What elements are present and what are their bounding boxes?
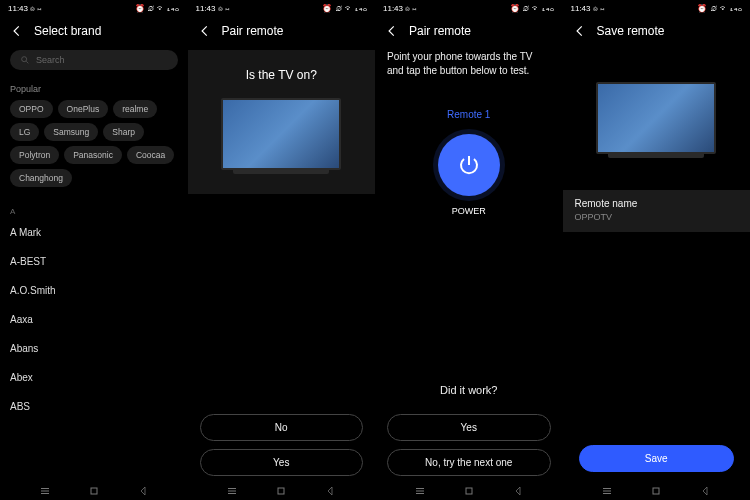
popular-chips: OPPO OnePlus realme LG Samsung Sharp Pol… [0, 100, 188, 193]
nav-back-icon[interactable] [699, 485, 711, 497]
group-a-label: A [10, 207, 178, 216]
save-button[interactable]: Save [579, 445, 735, 472]
page-title: Save remote [597, 24, 665, 38]
screen-pair-remote-2: 11:43 ⌾ ⋈ ⏰ ⌀ ᯤ ₁₄₀ Pair remote Point yo… [375, 0, 563, 500]
popular-label: Popular [10, 84, 178, 94]
clock: 11:43 [196, 4, 216, 13]
nav-bar [0, 482, 188, 500]
brand-chip[interactable]: Coocaa [127, 146, 174, 164]
confirm-buttons: Did it work? Yes No, try the next one [375, 384, 563, 476]
status-icons-right: ⏰ ⌀ ᯤ ₁₄₀ [697, 4, 742, 13]
nav-menu-icon[interactable] [601, 485, 613, 497]
status-icons-right: ⏰ ⌀ ᯤ ₁₄₀ [510, 4, 555, 13]
svg-line-1 [26, 61, 28, 63]
nav-bar [375, 482, 563, 500]
power-button[interactable] [438, 134, 500, 196]
tv-illustration-wrap [563, 46, 751, 184]
instructions-text: Point your phone towards the TV and tap … [375, 46, 563, 87]
brand-list-item[interactable]: A.O.Smith [0, 276, 188, 305]
save-button-wrap: Save [563, 445, 751, 472]
search-icon [20, 55, 30, 65]
header-bar: Select brand [0, 16, 188, 46]
page-title: Pair remote [409, 24, 471, 38]
status-icons-right: ⏰ ⌀ ᯤ ₁₄₀ [135, 4, 180, 13]
nav-bar [563, 482, 751, 500]
remote-name-field[interactable]: Remote name OPPOTV [563, 190, 751, 232]
power-label: POWER [375, 206, 563, 216]
status-icons-right: ⏰ ⌀ ᯤ ₁₄₀ [322, 4, 367, 13]
no-next-button[interactable]: No, try the next one [387, 449, 551, 476]
clock: 11:43 [571, 4, 591, 13]
nav-bar [188, 482, 376, 500]
status-bar: 11:43 ⌾ ⋈ ⏰ ⌀ ᯤ ₁₄₀ [0, 0, 188, 16]
nav-menu-icon[interactable] [226, 485, 238, 497]
svg-rect-2 [91, 488, 97, 494]
nav-home-icon[interactable] [275, 485, 287, 497]
status-icons-left: ⌾ ⋈ [218, 4, 230, 13]
clock: 11:43 [8, 4, 28, 13]
nav-menu-icon[interactable] [414, 485, 426, 497]
header-bar: Pair remote [188, 16, 376, 46]
brand-chip[interactable]: Samsung [44, 123, 98, 141]
status-bar: 11:43 ⌾ ⋈ ⏰ ⌀ ᯤ ₁₄₀ [563, 0, 751, 16]
tv-prompt: Is the TV on? [188, 50, 376, 194]
brand-chip[interactable]: OPPO [10, 100, 53, 118]
remote-label: Remote 1 [375, 109, 563, 120]
header-bar: Save remote [563, 16, 751, 46]
back-icon[interactable] [198, 24, 212, 38]
status-bar: 11:43 ⌾ ⋈ ⏰ ⌀ ᯤ ₁₄₀ [188, 0, 376, 16]
brand-chip[interactable]: Panasonic [64, 146, 122, 164]
power-icon [457, 153, 481, 177]
nav-back-icon[interactable] [512, 485, 524, 497]
nav-home-icon[interactable] [650, 485, 662, 497]
header-bar: Pair remote [375, 16, 563, 46]
no-button[interactable]: No [200, 414, 364, 441]
brand-list-item[interactable]: Aaxa [0, 305, 188, 334]
back-icon[interactable] [385, 24, 399, 38]
status-icons-left: ⌾ ⋈ [405, 4, 417, 13]
nav-back-icon[interactable] [137, 485, 149, 497]
prompt-text: Is the TV on? [246, 68, 317, 82]
status-icons-left: ⌾ ⋈ [30, 4, 42, 13]
brand-chip[interactable]: LG [10, 123, 39, 141]
brand-chip[interactable]: Changhong [10, 169, 72, 187]
brand-list-item[interactable]: A-BEST [0, 247, 188, 276]
svg-rect-5 [653, 488, 659, 494]
confirm-buttons: No Yes [188, 414, 376, 476]
svg-point-0 [22, 57, 27, 62]
clock: 11:43 [383, 4, 403, 13]
tv-illustration [221, 98, 341, 170]
yes-button[interactable]: Yes [200, 449, 364, 476]
search-input[interactable]: Search [10, 50, 178, 70]
nav-back-icon[interactable] [324, 485, 336, 497]
brand-list-item[interactable]: A Mark [0, 218, 188, 247]
status-icons-left: ⌾ ⋈ [593, 4, 605, 13]
screen-save-remote: 11:43 ⌾ ⋈ ⏰ ⌀ ᯤ ₁₄₀ Save remote Remote n… [563, 0, 751, 500]
remote-name-label: Remote name [575, 198, 739, 209]
back-icon[interactable] [10, 24, 24, 38]
brand-list-item[interactable]: Abans [0, 334, 188, 363]
svg-rect-3 [278, 488, 284, 494]
brand-list-item[interactable]: Abex [0, 363, 188, 392]
back-icon[interactable] [573, 24, 587, 38]
did-it-work-text: Did it work? [387, 384, 551, 396]
brand-chip[interactable]: OnePlus [58, 100, 109, 118]
nav-menu-icon[interactable] [39, 485, 51, 497]
brand-chip[interactable]: Sharp [103, 123, 144, 141]
tv-illustration [596, 82, 716, 154]
brand-chip[interactable]: realme [113, 100, 157, 118]
page-title: Pair remote [222, 24, 284, 38]
status-bar: 11:43 ⌾ ⋈ ⏰ ⌀ ᯤ ₁₄₀ [375, 0, 563, 16]
brand-chip[interactable]: Polytron [10, 146, 59, 164]
screen-pair-remote-1: 11:43 ⌾ ⋈ ⏰ ⌀ ᯤ ₁₄₀ Pair remote Is the T… [188, 0, 376, 500]
yes-button[interactable]: Yes [387, 414, 551, 441]
svg-rect-4 [466, 488, 472, 494]
nav-home-icon[interactable] [88, 485, 100, 497]
brand-list-item[interactable]: ABS [0, 392, 188, 421]
search-placeholder: Search [36, 55, 65, 65]
nav-home-icon[interactable] [463, 485, 475, 497]
remote-name-value: OPPOTV [575, 212, 739, 222]
page-title: Select brand [34, 24, 101, 38]
screen-select-brand: 11:43 ⌾ ⋈ ⏰ ⌀ ᯤ ₁₄₀ Select brand Search … [0, 0, 188, 500]
